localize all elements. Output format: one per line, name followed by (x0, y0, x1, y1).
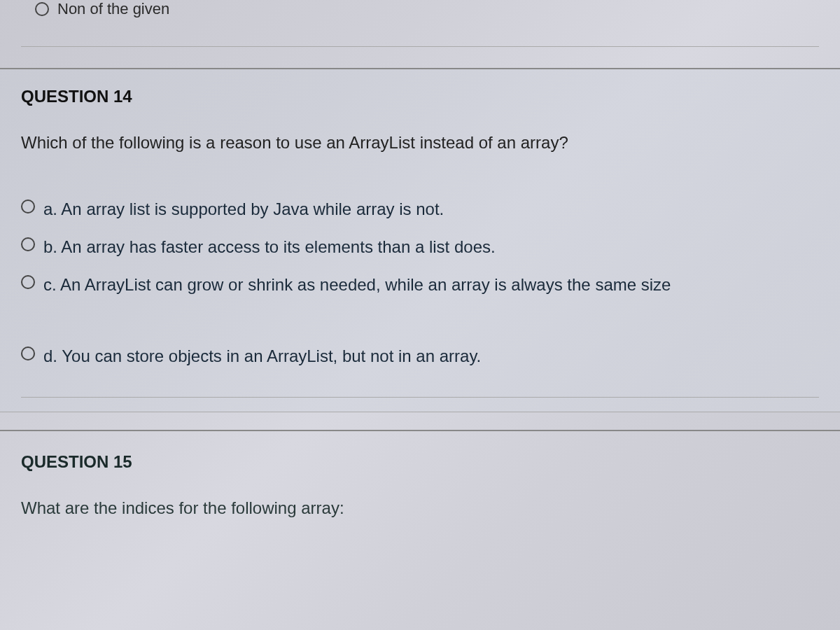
option-body: You can store objects in an ArrayList, b… (62, 346, 481, 365)
option-c-row[interactable]: c. An ArrayList can grow or shrink as ne… (21, 272, 819, 298)
prev-option-text: Non of the given (57, 0, 169, 18)
radio-icon[interactable] (35, 2, 49, 16)
option-a-row[interactable]: a. An array list is supported by Java wh… (21, 197, 819, 222)
question-14-header: QUESTION 14 (21, 87, 819, 106)
previous-question-fragment: Non of the given (0, 0, 840, 47)
option-letter: b. (43, 237, 57, 256)
option-letter: a. (43, 200, 57, 218)
option-c-text: c. An ArrayList can grow or shrink as ne… (43, 272, 671, 298)
option-b-text: b. An array has faster access to its ele… (43, 234, 496, 260)
option-d-row[interactable]: d. You can store objects in an ArrayList… (21, 344, 819, 369)
question-14-options: a. An array list is supported by Java wh… (21, 197, 819, 369)
divider (21, 46, 819, 47)
question-15-header: QUESTION 15 (21, 452, 819, 472)
option-body: An ArrayList can grow or shrink as neede… (60, 275, 671, 294)
question-14-block: QUESTION 14 Which of the following is a … (0, 68, 840, 412)
divider (21, 397, 819, 398)
option-spacer (21, 310, 819, 331)
radio-icon[interactable] (21, 237, 35, 251)
option-letter: c. (43, 275, 57, 294)
question-15-block: QUESTION 15 What are the indices for the… (0, 430, 840, 520)
prev-option-row[interactable]: Non of the given (35, 0, 819, 18)
option-body: An array has faster access to its elemen… (61, 237, 495, 256)
option-d-text: d. You can store objects in an ArrayList… (43, 344, 481, 369)
radio-icon[interactable] (21, 200, 35, 214)
option-body: An array list is supported by Java while… (61, 200, 444, 218)
option-a-text: a. An array list is supported by Java wh… (43, 197, 444, 222)
quiz-page: Non of the given QUESTION 14 Which of th… (0, 0, 840, 519)
question-15-prompt: What are the indices for the following a… (21, 496, 819, 520)
option-letter: d. (43, 346, 57, 365)
question-14-prompt: Which of the following is a reason to us… (21, 131, 819, 155)
radio-icon[interactable] (21, 346, 35, 360)
option-b-row[interactable]: b. An array has faster access to its ele… (21, 234, 819, 260)
radio-icon[interactable] (21, 275, 35, 289)
